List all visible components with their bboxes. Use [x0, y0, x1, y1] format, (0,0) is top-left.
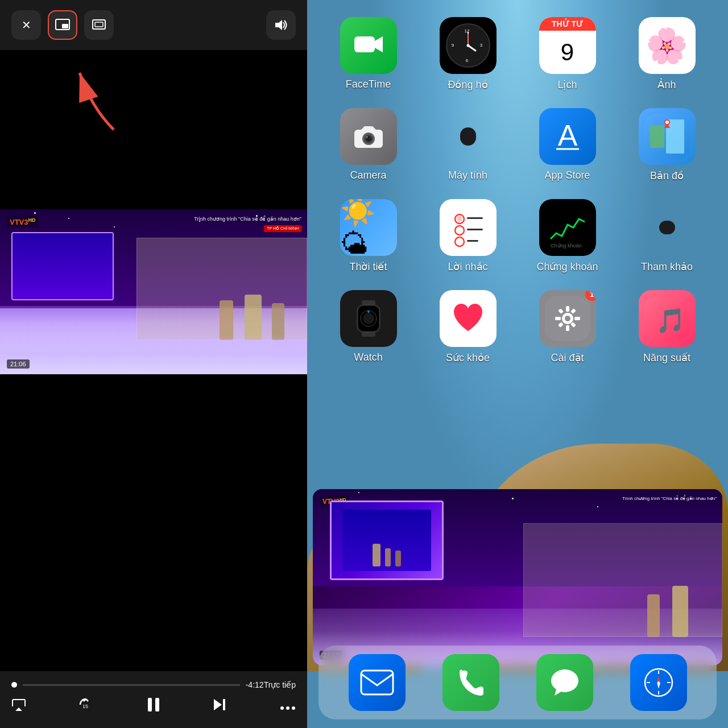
app-row-1: FaceTime 12 3 6 9: [318, 17, 717, 91]
references-icon: [639, 199, 696, 256]
calculator-label: Máy tính: [448, 169, 487, 181]
app-photos[interactable]: 🌸 Ảnh: [633, 17, 701, 91]
svg-rect-46: [467, 240, 478, 242]
timestamp: 21:06: [7, 359, 30, 369]
app-stocks[interactable]: Chứng khoán Chứng khoán: [533, 199, 602, 273]
svg-rect-71: [361, 671, 393, 694]
svg-text:A: A: [557, 121, 577, 152]
app-appstore[interactable]: A App Store: [533, 108, 602, 182]
dock-safari[interactable]: [624, 654, 693, 711]
app-calendar[interactable]: THỨ TƯ 9 Lịch: [533, 17, 602, 91]
app-row-3: ☀️🌤 Thời tiết: [318, 199, 717, 273]
svg-marker-26: [361, 126, 376, 130]
svg-text:9: 9: [451, 43, 454, 48]
controls-row: 15: [11, 696, 296, 717]
svg-point-14: [292, 706, 295, 710]
health-icon: [440, 290, 497, 347]
clock-icon: 12 3 6 9: [440, 17, 497, 74]
app-references[interactable]: Tham khảo: [633, 199, 701, 273]
calendar-header: THỨ TƯ: [539, 17, 596, 31]
live-label: Trực tiếp: [264, 680, 296, 689]
svg-point-12: [280, 706, 284, 710]
app-reminders[interactable]: Lời nhắc: [434, 199, 502, 273]
calendar-icon: THỨ TƯ 9: [539, 17, 596, 74]
svg-rect-42: [467, 217, 483, 219]
app-maps[interactable]: Bản đồ: [633, 108, 701, 182]
app-settings[interactable]: 1 Cài đặt: [533, 290, 602, 364]
stocks-icon: Chứng khoán: [539, 199, 596, 256]
svg-text:🎵: 🎵: [656, 307, 686, 335]
app-health[interactable]: Sức khỏe: [434, 290, 502, 364]
progress-dot[interactable]: [11, 682, 17, 688]
app-productivity[interactable]: 🎵 Năng suất: [633, 290, 701, 364]
watch-label: Watch: [354, 351, 382, 363]
svg-point-55: [363, 313, 374, 324]
fog-layer: [0, 334, 307, 374]
safari-icon: [630, 654, 687, 711]
svg-rect-63: [555, 317, 561, 320]
volume-button[interactable]: [266, 10, 296, 40]
channel-logo: VTV3HD: [7, 216, 39, 228]
svg-text:12: 12: [464, 28, 469, 34]
location-badge: TP HỒ CHÍ MINH: [264, 225, 301, 232]
dock-messages[interactable]: [531, 654, 599, 711]
app-clock[interactable]: 12 3 6 9: [434, 17, 502, 91]
camera-label: Camera: [350, 169, 386, 181]
more-button[interactable]: [280, 699, 296, 714]
fullscreen-button[interactable]: [84, 10, 114, 40]
maps-label: Bản đồ: [650, 169, 684, 182]
progress-bar[interactable]: [23, 684, 240, 686]
svg-rect-9: [155, 698, 159, 712]
svg-marker-16: [375, 36, 383, 52]
weather-icon: ☀️🌤: [340, 199, 397, 256]
mail-icon: [349, 654, 406, 711]
svg-rect-39: [445, 205, 491, 250]
clock-label: Đồng hồ: [448, 78, 487, 91]
settings-icon: 1: [539, 290, 596, 347]
productivity-icon: 🎵: [639, 290, 696, 347]
photos-label: Ảnh: [657, 78, 676, 91]
video-preview: VTV3HD Trình chương trình "Chia sẻ để gầ…: [0, 209, 307, 374]
app-camera[interactable]: Camera: [334, 108, 403, 182]
svg-text:Chứng khoán: Chứng khoán: [551, 243, 582, 249]
dock: [318, 646, 717, 719]
arrow-indicator: [68, 61, 136, 135]
app-weather[interactable]: ☀️🌤 Thời tiết: [334, 199, 403, 273]
photos-icon: 🌸: [639, 17, 696, 74]
maps-icon: [639, 108, 696, 165]
stocks-label: Chứng khoán: [536, 260, 598, 273]
show-title: Trình chương trình "Chia sẻ để gần nhau …: [194, 216, 301, 222]
settings-label: Cài đặt: [551, 351, 584, 364]
next-button[interactable]: [213, 698, 229, 715]
pip-button[interactable]: [48, 10, 77, 40]
calendar-day: 9: [539, 31, 596, 74]
black-area-bottom: [0, 374, 307, 671]
close-button[interactable]: ✕: [11, 10, 41, 40]
camera-icon: [340, 108, 397, 165]
time-left: -4:12: [246, 680, 264, 689]
svg-marker-6: [15, 708, 22, 711]
svg-rect-64: [574, 317, 580, 320]
replay-15-button[interactable]: 15: [77, 696, 94, 717]
pause-button[interactable]: [146, 697, 162, 716]
app-facetime[interactable]: FaceTime: [334, 17, 403, 91]
app-calculator[interactable]: Máy tính: [434, 108, 502, 182]
airplay-button[interactable]: [11, 698, 26, 714]
health-label: Sức khỏe: [446, 351, 490, 364]
calendar-label: Lịch: [557, 78, 577, 91]
svg-rect-61: [566, 306, 569, 312]
svg-point-60: [565, 316, 570, 321]
svg-marker-10: [214, 699, 222, 710]
pip-video-overlay[interactable]: VTV3HD Trình chương trình "Chia sẻ để gầ…: [313, 489, 722, 665]
dock-phone[interactable]: [437, 654, 505, 711]
dock-mail[interactable]: [343, 654, 411, 711]
reminders-icon: [440, 199, 497, 256]
app-watch[interactable]: Watch: [334, 290, 403, 364]
pip-inner-screen: [330, 500, 444, 580]
app-row-4: Watch Sức khỏe: [318, 290, 717, 364]
svg-rect-11: [223, 699, 225, 710]
svg-rect-51: [362, 332, 375, 337]
svg-rect-15: [354, 36, 375, 52]
svg-point-24: [466, 44, 469, 47]
svg-rect-50: [362, 300, 375, 305]
